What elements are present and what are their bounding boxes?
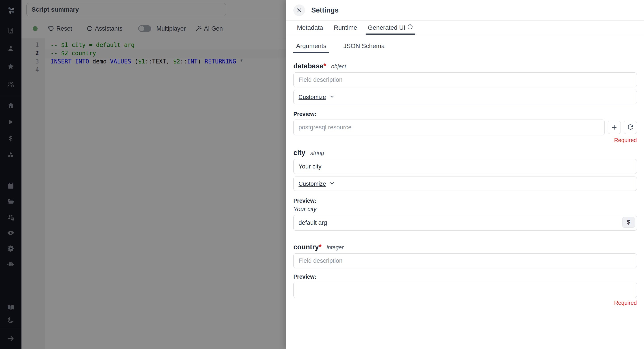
database-required-note: Required [294, 137, 637, 143]
tab-runtime[interactable]: Runtime [332, 20, 359, 35]
modal-backdrop[interactable] [0, 0, 286, 349]
subtab-json-schema[interactable]: JSON Schema [340, 39, 387, 53]
field-name-text: country [294, 243, 319, 251]
close-button[interactable] [294, 4, 305, 16]
field-name-text: database [294, 62, 323, 70]
city-customize-link[interactable]: Customize [298, 180, 326, 187]
database-customize-box[interactable]: Customize [294, 90, 637, 104]
country-required-note: Required [294, 300, 637, 306]
subtab-json-schema-label: JSON Schema [343, 42, 384, 50]
field-name-text: city [294, 149, 305, 157]
settings-drawer: Settings Metadata Runtime Generated UI [286, 0, 644, 349]
schema-subtabs: Arguments JSON Schema [294, 39, 637, 53]
rotate-cw-icon [627, 124, 634, 131]
tab-generated-ui[interactable]: Generated UI [366, 20, 415, 35]
field-section-database: database* object Customize Preview: [294, 62, 637, 143]
database-preview-label: Preview: [294, 111, 637, 117]
required-asterisk: * [323, 62, 326, 70]
country-description-input[interactable] [294, 253, 637, 268]
city-description-input[interactable] [294, 159, 637, 174]
field-type-database: object [331, 63, 346, 69]
database-customize-link[interactable]: Customize [298, 94, 326, 100]
add-resource-button[interactable] [608, 121, 621, 134]
field-type-country: integer [326, 244, 344, 251]
drawer-title: Settings [311, 6, 338, 14]
chevron-down-icon [329, 94, 335, 100]
required-asterisk: * [319, 243, 322, 251]
tab-metadata-label: Metadata [297, 24, 323, 31]
city-preview-label: Preview: [294, 198, 637, 204]
refresh-resource-button[interactable] [624, 121, 637, 134]
chevron-down-icon [329, 180, 335, 187]
database-resource-input[interactable] [294, 119, 605, 135]
field-type-city: string [310, 150, 324, 156]
country-preview-label: Preview: [294, 274, 637, 280]
field-section-country: country* integer Preview: Required [294, 243, 637, 306]
field-name-city: city string [294, 149, 637, 157]
close-icon [296, 7, 302, 13]
field-name-country: country* integer [294, 243, 637, 251]
variable-picker-button[interactable]: $ [622, 217, 635, 228]
tab-runtime-label: Runtime [334, 24, 357, 31]
database-description-input[interactable] [294, 72, 637, 87]
subtab-arguments[interactable]: Arguments [294, 39, 329, 53]
tab-generated-ui-label: Generated UI [368, 24, 406, 31]
plus-icon [611, 124, 618, 131]
drawer-header: Settings [286, 0, 644, 20]
city-default-input[interactable] [294, 215, 637, 231]
tab-metadata[interactable]: Metadata [295, 20, 325, 35]
drawer-body: Arguments JSON Schema database* object C… [286, 35, 644, 349]
field-section-city: city string Customize Preview: Your city… [294, 149, 637, 231]
country-value-input[interactable] [294, 282, 637, 298]
subtab-arguments-label: Arguments [296, 42, 326, 50]
screen: Reset Assistants Multiplayer [0, 0, 644, 349]
city-preview-description: Your city [294, 206, 637, 213]
city-customize-box[interactable]: Customize [294, 177, 637, 191]
settings-tabs: Metadata Runtime Generated UI [286, 20, 644, 35]
field-name-database: database* object [294, 62, 637, 70]
info-icon[interactable] [407, 24, 413, 31]
